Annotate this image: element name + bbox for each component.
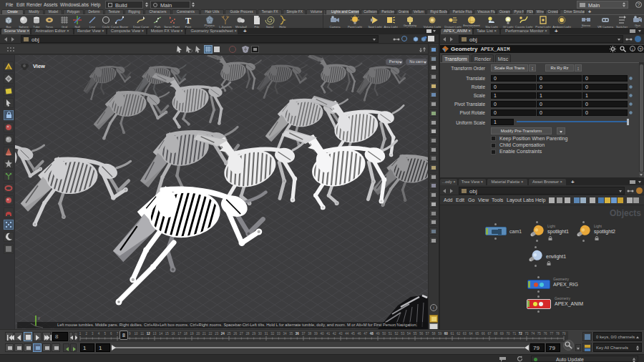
svg-text:16: 16: [171, 332, 175, 336]
svg-text:12: 12: [147, 332, 151, 336]
svg-text:7: 7: [117, 332, 119, 336]
svg-text:66: 66: [482, 332, 486, 336]
svg-text:73: 73: [525, 332, 529, 336]
svg-text:74: 74: [531, 332, 535, 336]
svg-text:67: 67: [487, 332, 492, 336]
svg-text:57: 57: [426, 332, 430, 336]
svg-text:68: 68: [494, 332, 498, 336]
svg-text:17: 17: [177, 332, 182, 336]
svg-text:2: 2: [85, 332, 87, 336]
svg-text:26: 26: [233, 332, 238, 336]
svg-text:35: 35: [289, 332, 293, 336]
svg-text:13: 13: [152, 332, 157, 336]
svg-text:6: 6: [110, 332, 112, 336]
svg-text:40: 40: [320, 332, 324, 336]
svg-text:65: 65: [475, 332, 479, 336]
svg-text:52: 52: [394, 332, 399, 336]
svg-text:59: 59: [438, 332, 442, 336]
svg-text:69: 69: [500, 332, 504, 336]
svg-text:61: 61: [450, 332, 454, 336]
svg-text:22: 22: [208, 332, 213, 336]
svg-text:56: 56: [419, 332, 424, 336]
svg-text:20: 20: [196, 332, 200, 336]
svg-text:49: 49: [376, 332, 380, 336]
svg-text:47: 47: [364, 332, 368, 336]
svg-text:15: 15: [165, 332, 170, 336]
svg-text:1: 1: [79, 332, 82, 336]
svg-text:77: 77: [550, 332, 554, 336]
svg-text:41: 41: [326, 332, 331, 336]
svg-text:36: 36: [296, 332, 300, 336]
svg-text:10: 10: [134, 332, 138, 336]
svg-text:28: 28: [245, 332, 250, 336]
svg-text:33: 33: [277, 332, 281, 336]
svg-text:29: 29: [252, 332, 256, 336]
svg-text:19: 19: [190, 332, 194, 336]
svg-text:14: 14: [159, 332, 163, 336]
svg-text:31: 31: [264, 332, 268, 336]
svg-text:24: 24: [221, 332, 225, 336]
svg-text:11: 11: [140, 332, 144, 336]
svg-text:75: 75: [537, 332, 542, 336]
svg-text:63: 63: [463, 332, 467, 336]
svg-text:43: 43: [338, 332, 343, 336]
svg-text:55: 55: [413, 332, 417, 336]
svg-text:70: 70: [506, 332, 510, 336]
svg-text:9: 9: [129, 332, 131, 336]
svg-text:30: 30: [258, 332, 263, 336]
svg-text:53: 53: [401, 332, 405, 336]
svg-text:4: 4: [98, 332, 100, 336]
svg-text:46: 46: [357, 332, 361, 336]
svg-text:71: 71: [512, 332, 517, 336]
svg-text:5: 5: [104, 332, 106, 336]
svg-text:64: 64: [469, 332, 473, 336]
svg-text:60: 60: [444, 332, 449, 336]
svg-text:32: 32: [270, 332, 275, 336]
svg-text:37: 37: [301, 332, 306, 336]
svg-text:21: 21: [203, 332, 207, 336]
svg-text:48: 48: [370, 332, 374, 336]
svg-text:y: y: [38, 315, 40, 320]
svg-text:25: 25: [227, 332, 231, 336]
svg-text:58: 58: [431, 332, 436, 336]
svg-text:44: 44: [345, 332, 349, 336]
svg-text:72: 72: [519, 332, 523, 336]
svg-text:27: 27: [240, 332, 244, 336]
svg-text:62: 62: [457, 332, 461, 336]
svg-text:51: 51: [389, 332, 393, 336]
svg-text:50: 50: [382, 332, 386, 336]
svg-text:54: 54: [407, 332, 411, 336]
svg-text:T: T: [185, 16, 191, 25]
svg-text:76: 76: [543, 332, 547, 336]
svg-text:23: 23: [215, 332, 219, 336]
svg-text:18: 18: [184, 332, 188, 336]
svg-text:79: 79: [562, 332, 566, 336]
svg-text:3: 3: [92, 332, 94, 336]
svg-text:45: 45: [351, 332, 356, 336]
svg-text:39: 39: [314, 332, 318, 336]
svg-text:38: 38: [308, 332, 312, 336]
svg-text:34: 34: [283, 332, 287, 336]
svg-text:42: 42: [333, 332, 337, 336]
svg-text:78: 78: [556, 332, 560, 336]
